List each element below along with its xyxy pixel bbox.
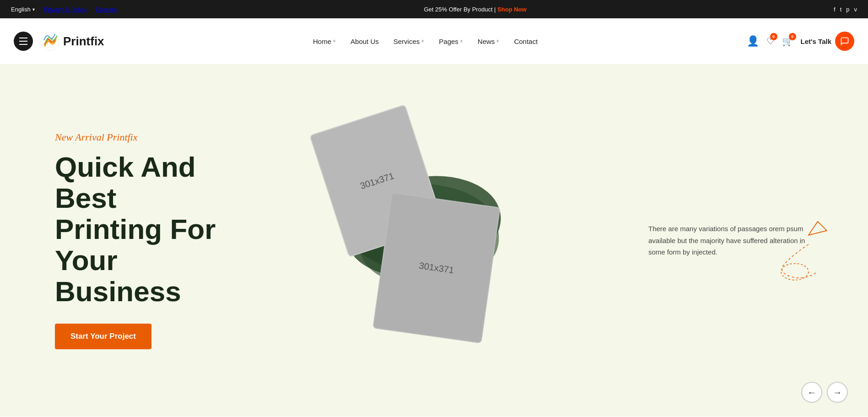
logo-text: Printfix — [63, 34, 104, 49]
logo[interactable]: Printfix — [40, 32, 104, 51]
top-bar-right: f t p v — [834, 6, 857, 13]
prev-arrow[interactable]: ← — [801, 382, 822, 403]
language-label: English — [11, 6, 31, 13]
nav-pages-plus: + — [460, 38, 463, 44]
hero-description: There are many variations of passages or… — [648, 223, 822, 258]
nav-news[interactable]: News + — [471, 34, 506, 49]
menu-button[interactable] — [14, 32, 33, 51]
header-right: 👤 ♡ 0 🛒 0 Let's Talk — [747, 32, 854, 51]
privacy-link[interactable]: Privacy & Policy — [44, 6, 86, 13]
nav-home-plus: + — [333, 38, 336, 44]
careers-link[interactable]: Careers — [96, 6, 117, 13]
hero-section: New Arrival Printfix Quick And Best Prin… — [0, 64, 868, 417]
wishlist-icon[interactable]: ♡ 0 — [766, 36, 775, 47]
social-icons: f t p v — [834, 6, 857, 13]
account-icon[interactable]: 👤 — [747, 35, 759, 47]
lets-talk-label: Let's Talk — [801, 38, 831, 45]
nav-about[interactable]: About Us — [344, 34, 385, 49]
lets-talk-button[interactable] — [835, 32, 854, 51]
header-left: Printfix — [14, 32, 104, 51]
promo-text: Get 25% Offer By Product | — [424, 6, 496, 13]
top-bar-left: English ▾ Privacy & Policy Careers — [11, 6, 117, 13]
nav-news-plus: + — [496, 38, 499, 44]
logo-icon — [40, 32, 59, 51]
header: Printfix Home + About Us Services + Page… — [0, 18, 868, 64]
hero-content: New Arrival Printfix Quick And Best Prin… — [0, 95, 284, 386]
facebook-icon[interactable]: f — [834, 6, 836, 13]
cart-badge: 0 — [789, 33, 796, 40]
lets-talk[interactable]: Let's Talk — [801, 32, 854, 51]
hero-graphic: 301x371 301x371 — [308, 108, 537, 373]
cart-icon[interactable]: 🛒 0 — [782, 36, 793, 47]
language-arrow: ▾ — [32, 7, 35, 12]
vimeo-icon[interactable]: v — [854, 6, 857, 13]
hero-title: Quick And Best Printing For Your Busines… — [55, 152, 229, 308]
twitter-icon[interactable]: t — [840, 6, 842, 13]
nav-contact[interactable]: Contact — [507, 34, 544, 49]
nav-services[interactable]: Services + — [387, 34, 431, 49]
menu-line-2 — [19, 41, 27, 42]
nav-home[interactable]: Home + — [307, 34, 342, 49]
chat-icon — [840, 37, 849, 46]
start-project-button[interactable]: Start Your Project — [55, 324, 151, 349]
hero-description-text: There are many variations of passages or… — [648, 223, 822, 258]
card-2: 301x371 — [372, 192, 500, 343]
top-bar: English ▾ Privacy & Policy Careers Get 2… — [0, 0, 868, 18]
language-selector[interactable]: English ▾ — [11, 6, 35, 13]
nav-services-plus: + — [421, 38, 424, 44]
nav-pages[interactable]: Pages + — [432, 34, 469, 49]
next-arrow[interactable]: → — [827, 382, 848, 403]
hero-subtitle: New Arrival Printfix — [55, 131, 229, 143]
shop-now-link[interactable]: Shop Now — [497, 6, 527, 13]
menu-line-1 — [19, 38, 27, 38]
svg-point-7 — [781, 263, 809, 280]
promo-bar: Get 25% Offer By Product | Shop Now — [117, 6, 834, 13]
pinterest-icon[interactable]: p — [846, 6, 849, 13]
menu-line-3 — [19, 44, 27, 45]
wishlist-badge: 0 — [770, 33, 777, 40]
main-nav: Home + About Us Services + Pages + News … — [307, 34, 544, 49]
